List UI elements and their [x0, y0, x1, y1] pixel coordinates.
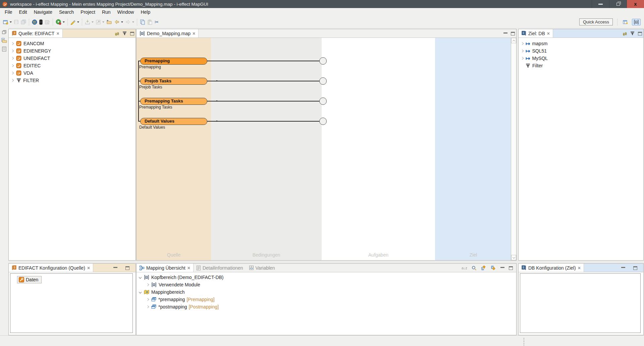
filter-icon[interactable] — [630, 31, 635, 36]
maximize-icon[interactable] — [511, 32, 515, 36]
tree-item-edienergy[interactable]: EDIENERGY — [11, 47, 51, 55]
scroll-up-button[interactable] — [511, 38, 516, 43]
tab-detailinformationen[interactable]: Detailinformationen — [194, 264, 246, 272]
link-with-editor-icon[interactable]: ⇄ — [623, 31, 627, 36]
target-panel-tab[interactable]: Ziel: DB × — [519, 29, 553, 38]
editor-vertical-scrollbar[interactable] — [511, 38, 516, 260]
close-icon[interactable]: × — [187, 266, 190, 270]
menu-navigate[interactable]: Navigate — [31, 8, 56, 16]
mapping-canvas[interactable]: Quelle Bedingungen Aufgaben Ziel Premapp… — [137, 38, 516, 260]
new-wizard-button[interactable] — [2, 18, 13, 26]
tree-item-unedifact[interactable]: UNEDIFACT — [11, 55, 50, 62]
minimize-icon[interactable] — [621, 267, 625, 268]
tree-item-filter[interactable]: Filter — [526, 62, 543, 69]
close-icon[interactable]: × — [56, 31, 59, 36]
scroll-down-button[interactable] — [511, 255, 516, 260]
minimize-icon[interactable] — [113, 267, 117, 268]
chevron-right-icon[interactable] — [11, 42, 14, 45]
tree-item-eancom[interactable]: EANCOM — [11, 40, 44, 47]
tree-item-mapsm[interactable]: ↦ mapsm — [521, 40, 547, 47]
maximize-icon[interactable] — [130, 32, 134, 36]
sort-icon[interactable]: a↓z — [462, 266, 467, 270]
tree-item-mappingbereich[interactable]: Mappingbereich — [139, 288, 185, 296]
tree-item-editec[interactable]: EDITEC — [11, 62, 41, 69]
node-default-values[interactable]: Default Values — [140, 118, 207, 125]
run-button[interactable] — [55, 18, 66, 26]
chevron-right-icon[interactable] — [521, 50, 524, 52]
menu-window[interactable]: Window — [114, 8, 138, 16]
chevron-right-icon[interactable] — [146, 305, 149, 308]
collapse-down-icon[interactable] — [491, 265, 496, 271]
tree-item-mysql[interactable]: ↦ MySQL — [521, 55, 548, 62]
search-icon[interactable] — [472, 266, 477, 271]
chevron-down-icon[interactable] — [139, 276, 142, 279]
source-panel-tab[interactable]: Quelle: EDIFACT × — [9, 29, 63, 38]
save-button[interactable] — [13, 18, 20, 25]
node-port-premapping[interactable] — [319, 57, 327, 65]
daten-button[interactable]: Daten — [17, 276, 42, 283]
forward-button[interactable] — [124, 18, 135, 25]
node-premapping-tasks[interactable]: Premapping Tasks — [140, 98, 207, 105]
import-button[interactable] — [84, 18, 95, 26]
restore-view-icon[interactable] — [2, 30, 6, 34]
maximize-icon[interactable] — [633, 266, 637, 270]
tree-item-kopfbereich[interactable]: Kopfbereich (Demo_EDIFACT-DB) — [139, 274, 224, 281]
node-premapping[interactable]: Premapping — [140, 58, 207, 65]
browser-button[interactable] — [31, 18, 38, 26]
back-button[interactable] — [113, 18, 124, 25]
target-config-tab[interactable]: DB Konfiguration (Ziel) × — [519, 264, 584, 272]
menu-run[interactable]: Run — [99, 8, 114, 16]
marker-button[interactable] — [69, 18, 80, 26]
chevron-right-icon[interactable] — [521, 57, 524, 60]
menu-file[interactable]: File — [1, 8, 16, 16]
open-view-folder-icon[interactable] — [1, 38, 7, 43]
quick-access-button[interactable]: Quick Access — [579, 18, 613, 25]
open-perspective-button[interactable] — [622, 18, 629, 26]
menu-project[interactable]: Project — [77, 8, 99, 16]
tree-item-premapping[interactable]: *premapping [Premapping] — [147, 296, 215, 303]
statusbar-drag-handle[interactable] — [524, 338, 524, 345]
tab-mapping-uebersicht[interactable]: Mapping Übersicht × — [137, 264, 194, 272]
chevron-right-icon[interactable] — [11, 57, 14, 60]
menu-help[interactable]: Help — [137, 8, 154, 16]
paste-button[interactable] — [146, 18, 154, 26]
link-with-editor-icon[interactable]: ⇄ — [115, 31, 119, 36]
chevron-right-icon[interactable] — [11, 50, 14, 52]
tree-item-postmapping[interactable]: *postmapping [Postmapping] — [147, 303, 219, 310]
close-icon[interactable]: × — [87, 266, 90, 270]
node-port-prejob-tasks[interactable] — [319, 77, 327, 85]
close-icon[interactable]: × — [547, 31, 550, 36]
chevron-right-icon[interactable] — [521, 42, 524, 45]
minimize-icon[interactable] — [503, 32, 507, 33]
document-view-icon[interactable] — [2, 47, 6, 52]
editor-tab[interactable]: Demo_Mapping.map × — [137, 29, 199, 38]
chevron-down-icon[interactable] — [139, 291, 142, 293]
tree-item-sql51[interactable]: ↦ SQL51 — [521, 47, 547, 55]
chevron-right-icon[interactable] — [11, 79, 14, 82]
maximize-icon[interactable] — [509, 266, 513, 270]
maximize-icon[interactable] — [638, 32, 642, 36]
node-port-premapping-tasks[interactable] — [319, 97, 327, 105]
chevron-right-icon[interactable] — [146, 283, 149, 286]
copy-button[interactable] — [139, 18, 146, 26]
window-close-button[interactable]: x — [627, 0, 644, 8]
tab-variablen[interactable]: Variablen — [246, 264, 278, 272]
cut-button[interactable]: ✂ — [154, 18, 160, 26]
window-restore-button[interactable] — [609, 0, 627, 8]
chevron-right-icon[interactable] — [11, 72, 14, 74]
menu-search[interactable]: Search — [56, 8, 77, 16]
node-port-default-values[interactable] — [319, 118, 327, 125]
filter-icon[interactable] — [122, 31, 127, 36]
save-all-button[interactable] — [20, 18, 27, 26]
mapping-perspective-button[interactable] — [632, 19, 641, 25]
close-icon[interactable]: × — [193, 31, 195, 36]
menu-edit[interactable]: Edit — [16, 8, 31, 16]
maximize-icon[interactable] — [125, 266, 129, 270]
new-folder-button[interactable] — [105, 18, 113, 26]
expand-up-icon[interactable] — [481, 265, 486, 271]
tree-item-verwendete-module[interactable]: Verwendete Module — [147, 281, 200, 288]
chevron-right-icon[interactable] — [11, 64, 14, 67]
device-button[interactable] — [38, 18, 44, 26]
window-minimize-button[interactable] — [592, 0, 609, 8]
close-icon[interactable]: × — [578, 266, 581, 270]
